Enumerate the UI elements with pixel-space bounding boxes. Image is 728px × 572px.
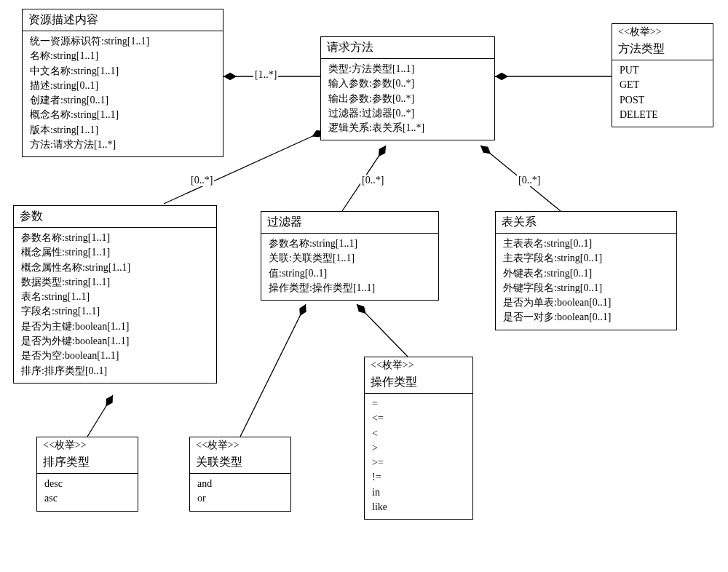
enum-value: or (197, 491, 285, 506)
enum-value: <= (372, 411, 467, 426)
attr: 中文名称:string[1..1] (30, 64, 217, 79)
enum-value: GET (620, 78, 707, 92)
enum-value: desc (44, 477, 132, 491)
class-body: 主表表名:string[0..1] 主表字段名:string[0..1] 外键表… (496, 234, 676, 330)
class-request: 请求方法 类型:方法类型[1..1] 输入参数:参数[0..*] 输出参数:参数… (320, 36, 495, 140)
attr: 创建者:string[0..1] (30, 93, 217, 108)
class-title: 请求方法 (321, 37, 494, 59)
attr: 概念属性名称:string[1..1] (21, 261, 210, 275)
attr: 输出参数:参数[0..*] (328, 92, 488, 106)
attr: 参数名称:string[1..1] (21, 231, 210, 245)
enum-value: like (372, 500, 467, 515)
enum-value: != (372, 470, 467, 485)
class-title: 方法类型 (612, 39, 713, 60)
attr: 输入参数:参数[0..*] (328, 76, 488, 91)
attr: 描述:string[0..1] (30, 79, 217, 93)
stereotype: <<枚举>> (37, 437, 138, 452)
attr: 是否为外键:boolean[1..1] (21, 334, 210, 349)
class-relation-enum: <<枚举>> 关联类型 and or (189, 437, 291, 512)
attr: 参数名称:string[1..1] (269, 237, 432, 251)
class-resource: 资源描述内容 统一资源标识符:string[1..1] 名称:string[1.… (22, 9, 223, 157)
multiplicity-label: [1..*] (253, 69, 278, 81)
class-body: desc asc (37, 474, 138, 511)
class-body: 统一资源标识符:string[1..1] 名称:string[1..1] 中文名… (23, 31, 223, 156)
attr: 是否为主键:boolean[1..1] (21, 319, 210, 334)
enum-value: asc (44, 491, 132, 506)
attr: 名称:string[1..1] (30, 49, 217, 63)
class-title: 资源描述内容 (23, 9, 223, 31)
attr: 方法:请求方法[1..*] (30, 138, 217, 152)
attr: 过滤器:过滤器[0..*] (328, 106, 488, 121)
class-method-enum: <<枚举>> 方法类型 PUT GET POST DELETE (612, 23, 713, 127)
attr: 概念名称:string[1..1] (30, 108, 217, 122)
attr: 排序:排序类型[0..1] (21, 364, 210, 378)
enum-value: and (197, 477, 285, 491)
attr: 是否为空:boolean[1..1] (21, 349, 210, 363)
class-body: 类型:方法类型[1..1] 输入参数:参数[0..*] 输出参数:参数[0..*… (321, 59, 494, 140)
class-body: PUT GET POST DELETE (612, 60, 713, 127)
svg-line-8 (357, 304, 408, 357)
enum-value: in (372, 485, 467, 500)
class-body: 参数名称:string[1..1] 概念属性:string[1..1] 概念属性… (14, 228, 216, 383)
attr: 是否一对多:boolean[0..1] (503, 310, 670, 325)
multiplicity-label: [0..*] (517, 175, 542, 186)
attr: 逻辑关系:表关系[1..*] (328, 121, 488, 135)
enum-value: PUT (620, 63, 707, 78)
class-body: and or (190, 474, 290, 511)
class-title: 排序类型 (37, 452, 138, 474)
attr: 概念属性:string[1..1] (21, 245, 210, 260)
stereotype: <<枚举>> (365, 357, 472, 372)
attr: 字段名:string[1..1] (21, 304, 210, 319)
enum-value: POST (620, 93, 707, 108)
attr: 值:string[0..1] (269, 266, 432, 281)
class-body: 参数名称:string[1..1] 关联:关联类型[1..1] 值:string… (261, 234, 438, 300)
svg-line-6 (87, 395, 113, 437)
multiplicity-label: [0..*] (360, 175, 385, 186)
attr: 统一资源标识符:string[1..1] (30, 34, 217, 49)
attr: 版本:string[1..1] (30, 123, 217, 138)
attr: 关联:关联类型[1..1] (269, 251, 432, 266)
enum-value: < (372, 426, 467, 441)
attr: 外键表名:string[0..1] (503, 266, 670, 281)
multiplicity-label: [0..*] (189, 175, 214, 186)
enum-value: > (372, 441, 467, 456)
class-title: 表关系 (496, 212, 676, 234)
class-title: 操作类型 (365, 372, 472, 394)
enum-value: >= (372, 456, 467, 470)
class-title: 关联类型 (190, 452, 290, 474)
attr: 表名:string[1..1] (21, 290, 210, 304)
class-filter: 过滤器 参数名称:string[1..1] 关联:关联类型[1..1] 值:st… (261, 211, 439, 301)
class-title: 参数 (14, 206, 216, 228)
attr: 主表字段名:string[0..1] (503, 251, 670, 266)
stereotype: <<枚举>> (612, 24, 713, 39)
enum-value: = (372, 397, 467, 411)
attr: 是否为单表:boolean[0..1] (503, 295, 670, 310)
class-title: 过滤器 (261, 212, 438, 234)
class-sort-enum: <<枚举>> 排序类型 desc asc (36, 437, 138, 512)
stereotype: <<枚举>> (190, 437, 290, 452)
class-param: 参数 参数名称:string[1..1] 概念属性:string[1..1] 概… (13, 205, 217, 384)
attr: 主表表名:string[0..1] (503, 237, 670, 251)
class-body: = <= < > >= != in like (365, 394, 472, 519)
enum-value: DELETE (620, 108, 707, 122)
attr: 数据类型:string[1..1] (21, 275, 210, 290)
class-operation-enum: <<枚举>> 操作类型 = <= < > >= != in like (364, 357, 473, 520)
uml-diagram: 资源描述内容 统一资源标识符:string[1..1] 名称:string[1.… (0, 0, 728, 572)
attr: 外键字段名:string[0..1] (503, 281, 670, 295)
attr: 类型:方法类型[1..1] (328, 62, 488, 76)
class-table-relation: 表关系 主表表名:string[0..1] 主表字段名:string[0..1]… (495, 211, 677, 330)
attr: 操作类型:操作类型[1..1] (269, 281, 432, 295)
svg-line-7 (240, 304, 306, 437)
